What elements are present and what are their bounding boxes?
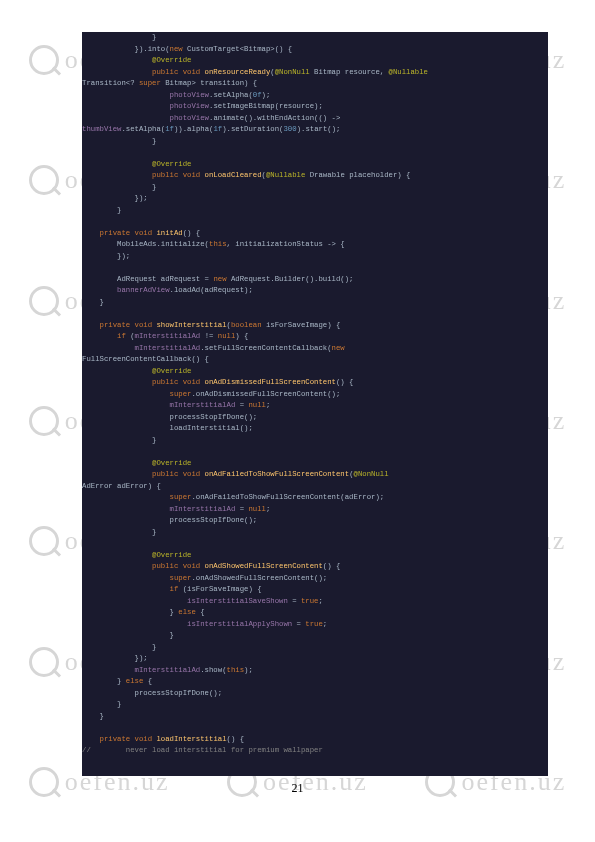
code-content: } }).into(new CustomTarget<Bitmap>() { @… bbox=[82, 32, 548, 757]
code-block: } }).into(new CustomTarget<Bitmap>() { @… bbox=[82, 32, 548, 776]
page-number: 21 bbox=[0, 781, 595, 796]
